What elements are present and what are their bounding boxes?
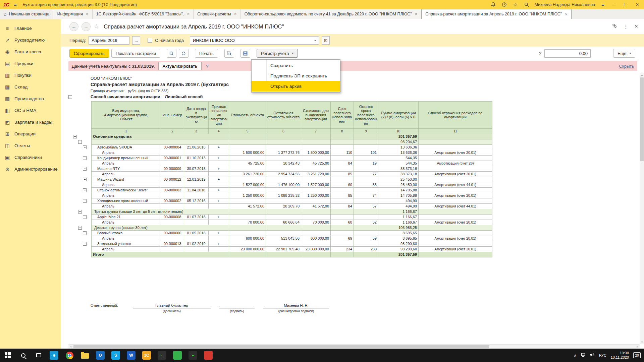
sidebar-item-fixed-assets[interactable]: ◧ОС и НМА <box>0 105 61 116</box>
taskbar-app-skype[interactable]: S <box>108 349 123 362</box>
row-expander-icon[interactable] <box>83 199 87 203</box>
row-expander-icon[interactable] <box>78 210 82 214</box>
scroll-left-icon[interactable] <box>68 345 73 349</box>
tab-close-icon[interactable] <box>415 11 418 16</box>
main-menu-icon[interactable] <box>12 2 18 7</box>
sidebar-item-purchases[interactable]: ▥Покупки <box>0 69 61 81</box>
window-close-button[interactable] <box>634 2 641 8</box>
actualize-button[interactable]: Актуализировать <box>158 62 202 70</box>
tab-4[interactable]: Справка-расчет амортизации за Апрель 201… <box>421 9 572 19</box>
more-button[interactable]: Еще <box>613 49 635 58</box>
language-indicator[interactable]: РУС <box>599 353 606 357</box>
row-expander-icon[interactable] <box>73 135 77 138</box>
print-button[interactable]: Печать <box>195 49 218 58</box>
search-icon[interactable] <box>524 2 530 8</box>
link-icon[interactable] <box>612 23 617 30</box>
generate-button[interactable]: Сформировать <box>69 49 109 58</box>
network-icon[interactable] <box>581 352 586 358</box>
sidebar-item-bank-cash[interactable]: ◉Банк и касса <box>0 46 61 58</box>
row-expander-icon[interactable] <box>83 242 87 246</box>
scroll-right-icon[interactable] <box>635 345 640 349</box>
history-icon[interactable] <box>501 2 507 8</box>
window-maximize-button[interactable] <box>622 3 629 6</box>
clock[interactable]: 10:30 10.11.2020 <box>611 351 629 360</box>
sidebar-item-warehouse[interactable]: ▦Склад <box>0 81 61 93</box>
sidebar-item-production[interactable]: ▩Производство <box>0 93 61 105</box>
start-of-year-checkbox[interactable] <box>148 38 152 43</box>
tab-3[interactable]: Оборотно-сальдовая ведомость по счету 41… <box>241 9 422 19</box>
sidebar-item-manager[interactable]: ↗Руководителю <box>0 34 61 46</box>
taskbar-app-edge[interactable]: e <box>46 349 62 362</box>
service-menu-icon[interactable] <box>600 2 605 7</box>
show-settings-button[interactable]: Показать настройки <box>111 49 160 58</box>
row-expander-icon[interactable] <box>83 188 87 192</box>
row-expander-icon[interactable] <box>78 140 82 144</box>
print-preview-button[interactable] <box>224 49 234 58</box>
tab-close-icon[interactable] <box>187 11 190 16</box>
taskbar-app-start[interactable] <box>0 349 15 362</box>
tab-close-icon[interactable] <box>86 11 89 16</box>
taskbar-app-red-app[interactable] <box>201 349 216 362</box>
period-input[interactable]: Апрель 2019 <box>89 36 129 45</box>
scroll-down-icon[interactable] <box>640 340 644 344</box>
taskbar-app-phone-app[interactable]: ● <box>185 349 201 362</box>
notifications-bell-icon[interactable] <box>490 2 496 8</box>
taskbar-app-task-view[interactable] <box>31 349 46 362</box>
sidebar-item-operations[interactable]: ⊞Операции <box>0 128 61 140</box>
taskbar-app-file-explorer[interactable] <box>77 349 93 362</box>
form-close-icon[interactable] <box>635 23 638 30</box>
notification-center-badge[interactable]: 20 <box>633 352 641 358</box>
organization-select[interactable]: ИНКОМ ПЛЮС ООО <box>190 36 319 45</box>
collapse-icon[interactable] <box>68 95 72 99</box>
horizontal-scroll-thumb[interactable] <box>73 345 489 348</box>
scroll-up-icon[interactable] <box>640 73 644 77</box>
tab-0[interactable]: Информация <box>53 9 92 19</box>
current-user-name[interactable]: Михеева Надежда Николаевна <box>535 2 595 7</box>
menu-item-2[interactable]: Открыть архив <box>252 81 340 92</box>
nav-back-button[interactable] <box>69 22 78 31</box>
sidebar-item-administration[interactable]: ⊛Администрирование <box>0 163 61 175</box>
row-expander-icon[interactable] <box>83 231 87 235</box>
save-button[interactable] <box>240 49 250 58</box>
tab-2[interactable]: Справки-расчеты <box>194 9 240 19</box>
sidebar-item-sales[interactable]: ▤Продажи <box>0 58 61 69</box>
favorites-star-icon[interactable] <box>513 2 519 8</box>
sidebar-item-reports[interactable]: ◫Отчеты <box>0 140 61 152</box>
chevron-down-icon[interactable] <box>314 39 316 42</box>
taskbar-app-one-c[interactable]: 1С <box>139 349 154 362</box>
sidebar-item-directories[interactable]: ▣Справочники <box>0 152 61 163</box>
menu-item-1[interactable]: Подписать ЭП и сохранить <box>252 71 340 81</box>
tray-expand-icon[interactable] <box>574 353 577 358</box>
horizontal-scrollbar[interactable] <box>68 344 640 349</box>
sidebar-item-salary-hr[interactable]: ◩Зарплата и кадры <box>0 116 61 128</box>
row-expander-icon[interactable] <box>78 226 82 230</box>
row-expander-icon[interactable] <box>83 145 87 149</box>
sum-field[interactable]: 0,00 <box>544 49 591 58</box>
more-actions-icon[interactable] <box>623 23 629 30</box>
taskbar-app-search[interactable] <box>15 349 31 362</box>
tab-1[interactable]: 1С:Лекторий-онлайн. ФСБУ 5/2019 "Запасы"… <box>93 9 194 19</box>
taskbar-app-console[interactable]: ›_ <box>154 349 170 362</box>
refresh-button[interactable] <box>179 49 189 58</box>
hide-alert-link[interactable]: Скрыть <box>619 64 634 69</box>
register-menu-button[interactable]: Регистр учета <box>257 49 298 58</box>
taskbar-app-green-app[interactable] <box>170 349 185 362</box>
row-expander-icon[interactable] <box>83 156 87 160</box>
help-link[interactable]: ? <box>206 64 208 69</box>
vertical-scroll-thumb[interactable] <box>640 77 644 161</box>
taskbar-app-chrome[interactable] <box>62 349 77 362</box>
taskbar-app-outlook[interactable]: O <box>93 349 108 362</box>
tab-home[interactable]: Начальная страница <box>0 9 53 19</box>
row-expander-icon[interactable] <box>83 215 87 219</box>
sidebar-item-main[interactable]: ≡Главное <box>0 22 61 34</box>
period-choose-button[interactable]: ... <box>132 36 140 45</box>
favorite-star-icon[interactable] <box>94 23 99 30</box>
menu-item-0[interactable]: Сохранить <box>252 60 340 71</box>
find-button[interactable] <box>167 49 176 58</box>
nav-forward-button[interactable] <box>82 22 91 31</box>
vertical-scrollbar[interactable] <box>640 73 644 344</box>
tab-close-icon[interactable] <box>565 12 568 17</box>
tab-close-icon[interactable] <box>234 11 237 16</box>
volume-icon[interactable] <box>590 352 595 358</box>
window-minimize-button[interactable] <box>610 2 617 7</box>
